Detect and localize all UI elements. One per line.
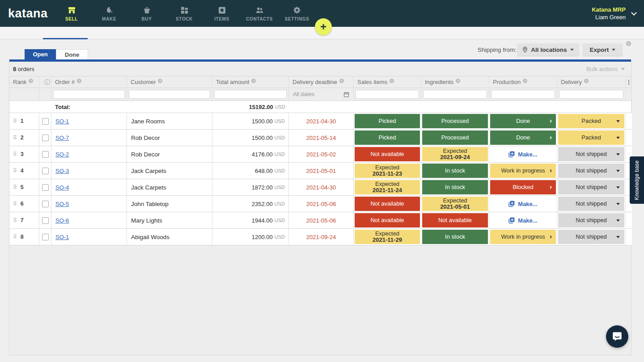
delivery-status-badge[interactable]: Not shipped [558, 213, 624, 227]
add-new-button[interactable]: + [315, 18, 332, 35]
column-label: Total amount [216, 79, 249, 85]
sales-items-cell: Not available [354, 212, 421, 228]
delivery-status-badge[interactable]: Packed [558, 130, 624, 145]
drag-handle-icon[interactable]: ⠿ [13, 234, 17, 240]
column-settings-kebab-icon[interactable]: ⋮ [626, 76, 632, 88]
production-status-badge[interactable]: Done› [490, 130, 556, 145]
total-label: Total: [51, 101, 127, 113]
ingredients-filter-input[interactable] [423, 90, 487, 99]
column-header-order[interactable]: Order #i [51, 76, 127, 88]
make-link[interactable]: Make... [490, 147, 556, 161]
currency-label: USD [275, 201, 285, 206]
row-checkbox[interactable] [42, 201, 49, 207]
drag-handle-icon[interactable]: ⠿ [13, 168, 17, 174]
row-checkbox[interactable] [42, 118, 49, 125]
nav-item-sell[interactable]: SELL [53, 0, 90, 27]
make-link[interactable]: Make... [490, 213, 556, 227]
sales-items-filter-input[interactable] [356, 90, 419, 99]
drag-handle-icon[interactable]: ⠿ [13, 184, 17, 190]
column-header-sales-items[interactable]: Sales itemsi [354, 76, 421, 88]
column-header-ingredients[interactable]: Ingredientsi [421, 76, 489, 88]
row-checkbox[interactable] [42, 234, 49, 240]
delivery-cell: Not shipped [557, 163, 626, 179]
column-header-production[interactable]: Productioni [489, 76, 557, 88]
table-row: ⠿4SO-3Jack Carpets648.00USD2021-05-01Exp… [9, 163, 631, 179]
ingredients-cell: In stock [421, 179, 489, 195]
order-filter-input[interactable] [53, 90, 125, 99]
production-cell: Make... [489, 212, 557, 228]
nav-item-make[interactable]: MAKE [90, 0, 128, 27]
column-header-delivery[interactable]: Deliveryi [557, 76, 626, 88]
row-checkbox[interactable] [42, 184, 49, 191]
delivery-status-badge[interactable]: Not shipped [558, 230, 624, 244]
nav-item-contacts[interactable]: CONTACTS [241, 0, 278, 27]
order-link[interactable]: SO-1 [55, 234, 69, 240]
row-checkbox[interactable] [42, 217, 49, 224]
table-row: ⠿3SO-2Rob Decor4176.00USD2021-05-02Not a… [9, 146, 631, 163]
production-status-badge[interactable]: Work in progress› [490, 230, 556, 244]
shipping-from-label: Shipping from: [478, 46, 517, 53]
total-amount-cell: 1872.00USD [212, 179, 289, 195]
location-filter-dropdown[interactable]: All locations [517, 43, 579, 56]
customer-cell: Rob Decor [127, 130, 212, 146]
tab-open[interactable]: Open [25, 49, 56, 59]
delivery-status-badge[interactable]: Not shipped [558, 197, 624, 211]
tab-done[interactable]: Done [56, 49, 88, 59]
order-link[interactable]: SO-7 [55, 135, 69, 141]
column-header-status[interactable]: i [39, 76, 51, 88]
deadline-filter[interactable]: All dates [289, 88, 354, 101]
delivery-filter-input[interactable] [559, 90, 623, 99]
checkbox-cell [39, 196, 51, 212]
drag-handle-icon[interactable]: ⠿ [13, 217, 17, 223]
status-label: Not shipped [576, 234, 606, 240]
delivery-status-badge[interactable]: Packed [558, 114, 624, 128]
chat-launcher-button[interactable] [606, 325, 628, 348]
drag-handle-icon[interactable]: ⠿ [13, 201, 17, 207]
bulk-actions-dropdown[interactable]: Bulk actions [586, 66, 625, 72]
customer-cell: John Tabletop [127, 196, 212, 212]
account-menu[interactable]: Katana MRP Liam Green [592, 0, 644, 27]
row-checkbox[interactable] [42, 135, 49, 141]
order-link[interactable]: SO-5 [55, 201, 69, 207]
row-checkbox[interactable] [42, 168, 49, 174]
row-checkbox[interactable] [42, 151, 49, 158]
knowledge-base-tab[interactable]: Knowledge base [630, 156, 644, 204]
order-link[interactable]: SO-3 [55, 168, 69, 174]
katana-logo[interactable]: katana [0, 0, 53, 27]
expected-badge: Expected2021-05-01 [422, 197, 488, 211]
total-amount: 15192.00USD [212, 101, 289, 113]
order-link[interactable]: SO-4 [55, 184, 69, 191]
nav-item-stock[interactable]: STOCK [165, 0, 203, 27]
nav-item-settings[interactable]: SETTINGS [278, 0, 316, 27]
production-filter-input[interactable] [491, 90, 555, 99]
production-status-badge[interactable]: Blocked› [490, 180, 556, 194]
order-count-number: 8 [13, 66, 16, 72]
delivery-status-badge[interactable]: Not shipped [558, 164, 624, 178]
drag-handle-icon[interactable]: ⠿ [13, 118, 17, 124]
column-header-total-amount[interactable]: Total amounti [212, 76, 289, 88]
production-status-badge[interactable]: Done› [490, 114, 556, 128]
amount-filter-input[interactable] [214, 90, 287, 99]
column-header-customer[interactable]: Customeri [127, 76, 212, 88]
export-button[interactable]: Export [583, 43, 623, 56]
delivery-deadline-cell: 2021-09-24 [289, 229, 354, 245]
delivery-deadline-cell: 2021-04-30 [289, 113, 354, 129]
production-status-badge[interactable]: Work in progress› [490, 164, 556, 178]
make-link[interactable]: Make... [490, 197, 556, 211]
production-cell: Done› [489, 130, 557, 146]
drag-handle-icon[interactable]: ⠿ [13, 151, 17, 157]
order-link[interactable]: SO-1 [55, 118, 69, 125]
checkbox-cell [39, 146, 51, 162]
delivery-status-badge[interactable]: Not shipped [558, 147, 624, 161]
customer-filter-input[interactable] [129, 90, 210, 99]
sales-orders-panel: 8 orders Bulk actions RankiiOrder #iCust… [9, 59, 631, 355]
expected-badge: Expected2021-11-24 [355, 180, 420, 194]
order-link[interactable]: SO-2 [55, 151, 69, 158]
delivery-status-badge[interactable]: Not shipped [558, 180, 624, 194]
order-link[interactable]: SO-6 [55, 217, 69, 224]
column-header-rank[interactable]: Ranki [9, 76, 39, 88]
column-header-delivery-deadline[interactable]: Delivery deadlinei [289, 76, 354, 88]
nav-item-buy[interactable]: BUY [128, 0, 165, 27]
drag-handle-icon[interactable]: ⠿ [13, 135, 17, 141]
nav-item-items[interactable]: ITEMS [203, 0, 241, 27]
